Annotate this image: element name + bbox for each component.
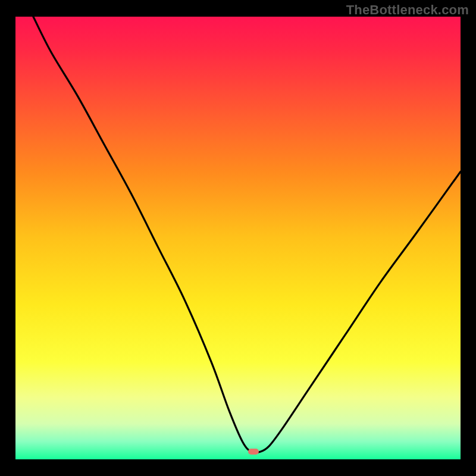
bottleneck-curve	[15, 17, 461, 459]
watermark-text: TheBottleneck.com	[346, 2, 469, 18]
chart-frame: TheBottleneck.com	[0, 0, 476, 476]
plot-area	[15, 17, 461, 459]
optimal-marker	[248, 449, 259, 455]
